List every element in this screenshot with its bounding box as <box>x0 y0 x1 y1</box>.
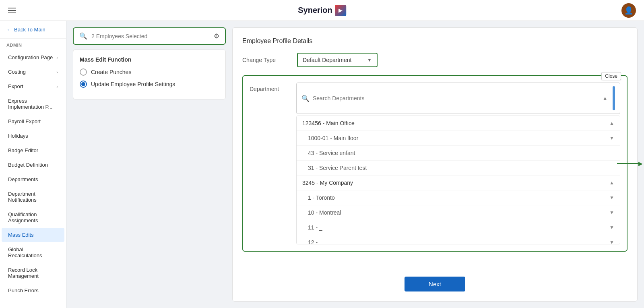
sidebar-item-qualification-assignments[interactable]: Qualification Assignments <box>2 207 64 227</box>
sidebar-item-badge-editor[interactable]: Badge Editor <box>2 143 64 157</box>
chevron-up-icon[interactable]: ▲ <box>609 120 614 126</box>
back-label: Back To Main <box>14 27 45 33</box>
back-to-main-link[interactable]: ← Back To Main <box>0 21 66 39</box>
create-punches-radio[interactable] <box>80 68 87 76</box>
chevron-down-icon[interactable]: ▼ <box>609 195 614 201</box>
sidebar-item-costing[interactable]: Costing › <box>2 65 64 79</box>
next-button[interactable]: Next <box>405 277 465 291</box>
sidebar-item-record-lock-management[interactable]: Record Lock Management <box>2 263 64 283</box>
sidebar-item-label: Express Implementation P... <box>8 98 58 110</box>
user-avatar[interactable]: 👤 <box>621 3 636 18</box>
scrollbar-indicator <box>613 86 615 110</box>
employee-search-input[interactable] <box>91 33 210 39</box>
next-button-container: Next <box>242 269 627 291</box>
department-search-container: Close 🔍 ▲ 123456 - Main Office <box>296 83 620 244</box>
chevron-down-icon[interactable]: ▼ <box>609 135 614 141</box>
sidebar-item-department-notifications[interactable]: Department Notifications <box>2 187 64 207</box>
sidebar-item-label: Holidays <box>8 133 28 139</box>
change-type-select[interactable]: Default Department ▼ <box>297 53 378 67</box>
hamburger-menu-icon[interactable] <box>8 8 16 13</box>
department-name: 31 - Service Parent test <box>308 165 367 171</box>
annotation-arrow: ▶ Select Dept name <box>617 160 644 167</box>
sidebar-item-configuration-page[interactable]: Configuration Page › <box>2 50 64 64</box>
sidebar-item-label: Export <box>8 83 23 89</box>
close-tooltip[interactable]: Close <box>601 72 621 80</box>
department-search-bar: 🔍 ▲ <box>296 83 620 114</box>
list-item[interactable]: 43 - Service enfant <box>297 146 620 161</box>
chevron-right-icon: › <box>56 70 58 74</box>
department-name: 12 - _ <box>308 239 322 244</box>
sidebar-item-label: Global Recalculations <box>8 246 58 258</box>
list-item[interactable]: 10 - Montreal ▼ <box>297 205 620 220</box>
department-dropdown: 123456 - Main Office ▲ 1000-01 - Main fl… <box>296 116 620 244</box>
sidebar-item-departments[interactable]: Departments <box>2 172 64 186</box>
list-item[interactable]: 12 - _ ▼ <box>297 235 620 244</box>
sidebar-item-express-implementation[interactable]: Express Implementation P... <box>2 94 64 114</box>
department-name: 1000-01 - Main floor <box>308 135 358 141</box>
department-search-input[interactable] <box>313 95 599 101</box>
sidebar-section-label: ADMIN <box>0 39 66 50</box>
sidebar: ← Back To Main ADMIN Configuration Page … <box>0 21 66 308</box>
department-name: 1 - Toronto <box>308 194 335 201</box>
main-layout: ← Back To Main ADMIN Configuration Page … <box>0 21 644 308</box>
mass-edit-function-card: Mass Edit Function Create Punches Update… <box>73 50 226 99</box>
department-name: 43 - Service enfant <box>308 150 355 156</box>
employee-search-bar: 🔍 ⚙ <box>73 27 226 45</box>
content-area: 🔍 ⚙ Mass Edit Function Create Punches Up… <box>66 21 644 308</box>
sidebar-item-label: Record Lock Management <box>8 267 58 279</box>
create-punches-option[interactable]: Create Punches <box>80 68 219 76</box>
department-name: 123456 - Main Office <box>302 120 355 126</box>
brand-icon <box>335 5 346 16</box>
sidebar-item-label: Budget Definition <box>8 162 48 168</box>
search-icon: 🔍 <box>301 95 310 102</box>
chevron-right-icon: › <box>56 55 58 60</box>
department-section: Department Close 🔍 ▲ <box>242 75 627 252</box>
sidebar-item-payroll-export[interactable]: Payroll Export <box>2 114 64 128</box>
chevron-down-icon[interactable]: ▼ <box>609 240 614 244</box>
mass-edit-title: Mass Edit Function <box>80 56 219 63</box>
sidebar-item-mass-edits[interactable]: Mass Edits <box>2 228 64 242</box>
list-item[interactable]: 31 - Service Parent test <box>297 161 620 176</box>
brand-logo: Synerion <box>298 5 346 16</box>
top-navigation: Synerion 👤 <box>0 0 644 21</box>
back-arrow-icon: ← <box>6 27 12 33</box>
create-punches-label: Create Punches <box>91 69 131 75</box>
chevron-up-icon[interactable]: ▲ <box>609 180 614 186</box>
list-item[interactable]: 3245 - My Company ▲ <box>297 176 620 190</box>
department-label: Department <box>250 83 290 92</box>
list-item[interactable]: 11 - _ ▼ <box>297 220 620 235</box>
sidebar-item-punch-errors[interactable]: Punch Errors <box>2 283 64 298</box>
list-item[interactable]: 1000-01 - Main floor ▼ <box>297 131 620 146</box>
sidebar-item-global-recalculations[interactable]: Global Recalculations <box>2 242 64 263</box>
sidebar-item-label: Departments <box>8 176 38 182</box>
chevron-up-icon[interactable]: ▲ <box>602 95 608 101</box>
sidebar-item-label: Mass Edits <box>8 232 34 238</box>
brand-name: Synerion <box>298 6 332 15</box>
sidebar-item-export[interactable]: Export › <box>2 79 64 93</box>
sidebar-item-holidays[interactable]: Holidays <box>2 129 64 143</box>
sidebar-item-budget-definition[interactable]: Budget Definition <box>2 158 64 172</box>
update-employee-label: Update Employee Profile Settings <box>91 81 175 87</box>
chevron-down-icon: ▼ <box>367 57 372 63</box>
search-icon: 🔍 <box>79 32 87 40</box>
update-employee-profile-option[interactable]: Update Employee Profile Settings <box>80 81 219 88</box>
department-row: Department Close 🔍 ▲ <box>250 83 620 244</box>
chevron-down-icon[interactable]: ▼ <box>609 210 614 215</box>
list-item[interactable]: 1 - Toronto ▼ <box>297 190 620 205</box>
sidebar-item-label: Payroll Export <box>8 118 41 124</box>
department-name: 11 - _ <box>308 224 322 231</box>
department-name: 10 - Montreal <box>308 209 341 216</box>
sidebar-item-label: Department Notifications <box>8 191 58 203</box>
update-employee-radio[interactable] <box>80 81 87 88</box>
change-type-label: Change Type <box>242 57 291 63</box>
list-item[interactable]: 123456 - Main Office ▲ <box>297 116 620 131</box>
change-type-row: Change Type Default Department ▼ <box>242 53 627 67</box>
filter-icon[interactable]: ⚙ <box>214 32 219 40</box>
sidebar-item-label: Configuration Page <box>8 54 53 60</box>
chevron-right-icon: › <box>56 84 58 89</box>
sidebar-item-label: Costing <box>8 69 26 75</box>
chevron-down-icon[interactable]: ▼ <box>609 225 614 230</box>
department-name: 3245 - My Company <box>302 180 353 186</box>
sidebar-item-label: Punch Errors <box>8 287 39 294</box>
sidebar-item-label: Badge Editor <box>8 147 38 153</box>
